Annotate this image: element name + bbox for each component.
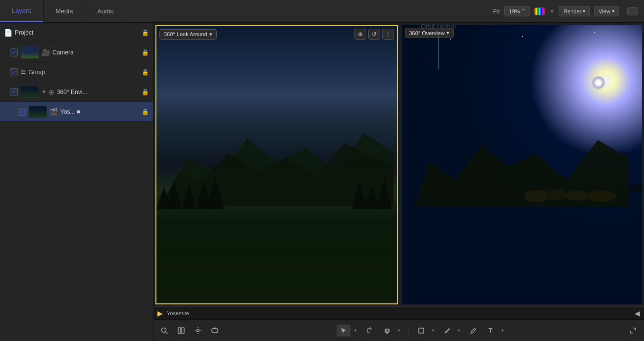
scene-image-left — [156, 26, 397, 303]
layer-check-env360[interactable] — [10, 88, 18, 96]
svg-line-19 — [166, 332, 168, 334]
svg-rect-21 — [182, 328, 184, 334]
svg-marker-3 — [182, 184, 197, 209]
render-dropdown[interactable]: Render ▾ — [559, 6, 590, 16]
layer-check-camera[interactable] — [10, 49, 18, 56]
rect-tool[interactable] — [414, 325, 428, 337]
film-icon: 🎬 — [50, 108, 58, 116]
orbit-tool[interactable] — [362, 325, 376, 337]
canvas-area: Orbit control 360° Look Around ▾ ⊕ ↺ ⋮ — [153, 23, 644, 341]
expand-triangle-env360[interactable]: ▼ — [42, 89, 47, 95]
viewport-more-btn[interactable]: ⋮ — [382, 29, 394, 40]
text-tool-dropdown[interactable]: ▾ — [499, 325, 505, 337]
timeline-bar: ▶ Yosemite ◀ — [153, 306, 644, 319]
lock-icon-env360: 🔒 — [142, 89, 149, 96]
svg-marker-17 — [638, 181, 642, 191]
text-tool[interactable]: T — [484, 325, 497, 337]
layer-check-group[interactable] — [10, 68, 18, 76]
text-tool-group: T ▾ — [484, 325, 505, 337]
sidebar: 📄 Project 🔒 🎥 Camera 🔒 ≡ Group 🔒 ▼ ⊕ 360… — [0, 23, 153, 341]
layer-item-group[interactable]: ≡ Group 🔒 — [0, 62, 153, 82]
rect-tool-dropdown[interactable]: ▾ — [430, 325, 436, 337]
layer-item-project[interactable]: 📄 Project 🔒 — [0, 23, 153, 43]
layer-thumb-env360 — [21, 86, 39, 98]
fit-label: Fit: — [493, 8, 500, 14]
top-bar: Layers Media Audio Fit: 19% ⌃ ▼ Render ▾… — [0, 0, 644, 23]
pan-tool-dropdown[interactable]: ▾ — [396, 325, 402, 337]
svg-point-22 — [197, 329, 199, 332]
viewport-left: 360° Look Around ▾ ⊕ ↺ ⋮ — [155, 25, 398, 304]
main-area: 📄 Project 🔒 🎥 Camera 🔒 ≡ Group 🔒 ▼ ⊕ 360… — [0, 23, 644, 341]
svg-rect-23 — [212, 329, 218, 333]
env360-icon: ⊕ — [49, 88, 54, 96]
window-controls — [627, 7, 638, 15]
svg-marker-6 — [206, 177, 224, 209]
svg-marker-15 — [630, 182, 635, 191]
svg-marker-7 — [351, 180, 366, 209]
fit-dropdown[interactable]: 19% ⌃ — [504, 6, 530, 16]
layer-thumb-yosemite — [29, 106, 47, 118]
svg-point-12 — [547, 190, 567, 200]
scene-image-right — [402, 25, 643, 304]
camera-icon: 🎥 — [42, 49, 50, 56]
view-dropdown[interactable]: View ▾ — [594, 6, 619, 16]
bottom-right-tools — [610, 325, 640, 337]
top-bar-right: Fit: 19% ⌃ ▼ Render ▾ View ▾ — [493, 6, 644, 16]
svg-rect-25 — [419, 328, 424, 333]
color-swatch[interactable] — [534, 7, 545, 15]
orbit-reset-btn[interactable]: ↺ — [368, 29, 380, 40]
svg-marker-4 — [156, 187, 171, 209]
layout-tool[interactable] — [174, 325, 188, 337]
layer-label-env360: 360° Envi... — [57, 89, 142, 96]
tree-silhouette-left — [156, 156, 397, 212]
svg-rect-24 — [213, 328, 216, 329]
search-tool[interactable] — [157, 325, 171, 337]
svg-rect-20 — [178, 328, 181, 334]
tab-audio[interactable]: Audio — [85, 0, 126, 22]
bottom-toolbar: ▾ — [153, 319, 644, 341]
rect-tool-group: ▾ — [414, 325, 436, 337]
timeline-end-marker: ◀ — [635, 309, 640, 317]
select-tool[interactable] — [337, 325, 350, 337]
pen-tool-dropdown[interactable]: ▾ — [456, 325, 462, 337]
right-viewport-dropdown[interactable]: 360° Overview ▾ — [405, 28, 454, 38]
expand-tool[interactable] — [626, 325, 640, 337]
viewport-fit-btn[interactable]: ⊕ — [354, 29, 366, 40]
tree-silhouette-right — [570, 156, 642, 212]
timeline-label: Yosemite — [167, 310, 189, 316]
window-resize-btn[interactable] — [627, 7, 638, 15]
viewport-left-controls: ⊕ ↺ ⋮ — [354, 29, 394, 40]
viewport-right-toolbar: 360° Overview ▾ — [405, 28, 640, 38]
layer-label-project: Project — [15, 29, 142, 36]
toolbar-separator-1 — [408, 326, 408, 336]
layer-check-yosemite[interactable] — [18, 108, 26, 116]
layer-item-env360[interactable]: ▼ ⊕ 360° Envi... 🔒 — [0, 82, 153, 102]
layer-thumb-camera — [21, 47, 39, 58]
pan-tool[interactable] — [380, 325, 394, 337]
svg-marker-8 — [364, 184, 379, 209]
pen-tool[interactable] — [440, 325, 454, 337]
media-tool[interactable] — [208, 325, 222, 337]
settings-tool[interactable] — [191, 325, 205, 337]
svg-marker-9 — [377, 178, 392, 209]
group-icon: ≡ — [21, 67, 26, 77]
brush-tool[interactable] — [466, 325, 480, 337]
bottom-left-tools — [157, 325, 232, 337]
layer-label-group: Group — [29, 69, 142, 76]
project-doc-icon: 📄 — [4, 29, 12, 37]
layer-label-camera: Camera — [52, 49, 142, 56]
lock-icon-project: 🔒 — [142, 29, 149, 36]
bottom-center-tools: ▾ — [232, 325, 610, 337]
layer-item-camera[interactable]: 🎥 Camera 🔒 — [0, 43, 153, 62]
layer-item-yosemite[interactable]: 🎬 Yos... ■ 🔒 — [0, 102, 153, 122]
tab-layers[interactable]: Layers — [0, 0, 44, 22]
svg-point-11 — [524, 190, 549, 202]
left-viewport-dropdown[interactable]: 360° Look Around ▾ — [159, 29, 217, 40]
select-tool-group: ▾ — [337, 325, 358, 337]
tab-group: Layers Media Audio — [0, 0, 126, 22]
timeline-start-marker: ▶ — [157, 309, 163, 317]
lock-icon-camera: 🔒 — [142, 49, 149, 56]
tab-media[interactable]: Media — [44, 0, 85, 22]
pen-tool-group: ▾ — [440, 325, 462, 337]
select-tool-dropdown[interactable]: ▾ — [352, 325, 358, 337]
